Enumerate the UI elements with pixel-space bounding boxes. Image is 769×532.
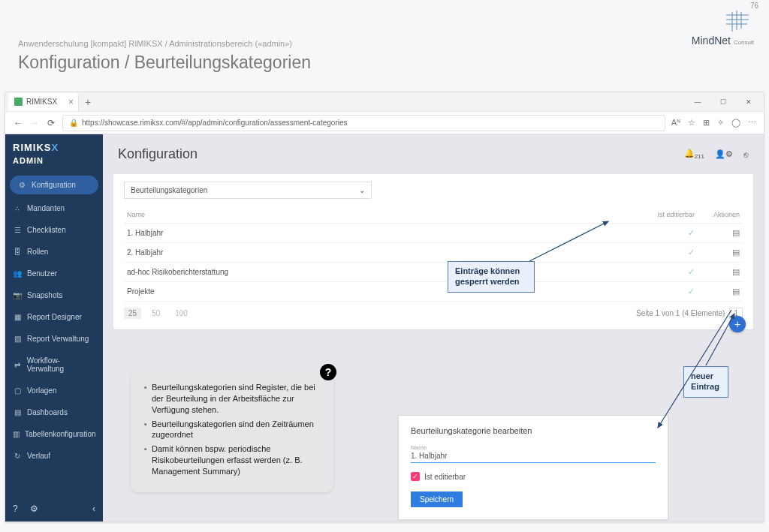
page-size-50[interactable]: 50 xyxy=(147,308,164,319)
row-action-icon[interactable]: ▤ xyxy=(732,267,740,276)
designer-icon: ▦ xyxy=(13,313,22,321)
sidebar-item-report-verwaltung[interactable]: ▧Report Verwaltung xyxy=(5,328,103,350)
logout-icon[interactable]: ⎋ xyxy=(743,150,749,159)
sidebar-item-tabellenkonfiguration[interactable]: ▥Tabellenkonfiguration xyxy=(5,423,103,445)
row-action-icon[interactable]: ▤ xyxy=(732,248,740,257)
sidebar-item-snapshots[interactable]: 📷Snapshots xyxy=(5,284,103,306)
categories-table: Name Ist editierbar Aktionen 1. Halbjahr… xyxy=(124,206,743,302)
edit-dialog-title: Beurteilungskategorie bearbeiten xyxy=(411,426,656,435)
category-select[interactable]: Beurteilungskategorien ⌄ xyxy=(124,182,372,199)
save-button[interactable]: Speichern xyxy=(411,491,463,507)
collapse-sidebar-icon[interactable]: ‹ xyxy=(92,503,95,514)
page-title: Konfiguration xyxy=(118,146,198,162)
check-icon: ✓ xyxy=(688,228,695,237)
favorites-icon[interactable]: ☆ xyxy=(688,118,695,128)
sidebar-item-mandanten[interactable]: ⛬Mandanten xyxy=(5,197,103,219)
browser-tab-strip: RIMIKSX × + — ☐ ✕ xyxy=(5,92,764,112)
help-item: Beurteilungskategorien sind den Zeiträum… xyxy=(152,419,320,441)
callout-new-entry: neuer Eintrag xyxy=(683,366,728,398)
list-icon: ☰ xyxy=(13,226,22,234)
user-settings-icon[interactable]: 👤⚙ xyxy=(715,149,733,159)
url-text: https://showcase.rimiksx.com/#/app/admin… xyxy=(82,119,348,127)
favicon-icon xyxy=(14,98,23,106)
dashboard-icon: ▤ xyxy=(13,408,22,416)
checkbox-label: Ist editierbar xyxy=(424,473,466,481)
row-action-icon[interactable]: ▤ xyxy=(732,287,740,296)
help-item: Beurteilungskategorien sind Register, di… xyxy=(152,382,320,416)
row-action-icon[interactable]: ▤ xyxy=(732,228,740,237)
workflow-icon: ⇄ xyxy=(13,361,22,369)
notifications-button[interactable]: 🔔211 xyxy=(684,149,704,160)
table-row[interactable]: 2. Halbjahr✓▤ xyxy=(124,243,743,263)
slide-title: Konfiguration / Beurteilungskategorien xyxy=(18,53,751,73)
sidebar-item-report-designer[interactable]: ▦Report Designer xyxy=(5,306,103,328)
sidebar-item-workflow[interactable]: ⇄Workflow-Verwaltung xyxy=(5,350,103,380)
callout-lock: Einträge können gesperrt werden xyxy=(448,261,535,293)
close-tab-icon[interactable]: × xyxy=(68,97,74,107)
nav-forward-icon[interactable]: → xyxy=(29,118,40,128)
nav-reload-icon[interactable]: ⟳ xyxy=(46,118,56,128)
pager: 25 50 100 Seite 1 von 1 (4 Elemente) 1 xyxy=(124,308,743,319)
edit-dialog: Beurteilungskategorie bearbeiten Name 1.… xyxy=(398,415,668,520)
add-entry-button[interactable]: + xyxy=(729,316,746,332)
history-icon: ↻ xyxy=(13,452,22,460)
check-icon: ✓ xyxy=(688,287,695,296)
col-name[interactable]: Name xyxy=(124,206,533,224)
config-card: Beurteilungskategorien ⌄ Name Ist editie… xyxy=(113,174,753,329)
name-input[interactable]: 1. Halbjahr xyxy=(411,452,656,463)
nav-back-icon[interactable]: ← xyxy=(13,118,23,128)
reports-icon: ▧ xyxy=(13,335,22,343)
sidebar-item-verlauf[interactable]: ↻Verlauf xyxy=(5,445,103,467)
slide-breadcrumb: Anwenderschulung [kompakt] RIMIKSX / Adm… xyxy=(18,39,751,48)
settings-icon[interactable]: ⚙ xyxy=(30,503,38,514)
sidebar-item-vorlagen[interactable]: ▢Vorlagen xyxy=(5,380,103,401)
sidebar-item-checklisten[interactable]: ☰Checklisten xyxy=(5,219,103,241)
col-actions: Aktionen xyxy=(698,206,743,224)
sidebar-item-rollen[interactable]: 🗄Rollen xyxy=(5,241,103,263)
window-maximize-icon[interactable]: ☐ xyxy=(713,98,734,106)
col-editable[interactable]: Ist editierbar xyxy=(533,206,698,224)
table-row[interactable]: 1. Halbjahr✓▤ xyxy=(124,224,743,243)
sidebar-role: ADMIN xyxy=(5,156,103,173)
address-bar[interactable]: 🔒 https://showcase.rimiksx.com/#/app/adm… xyxy=(62,115,665,131)
help-icon[interactable]: ? xyxy=(13,503,18,514)
cell-name: 2. Halbjahr xyxy=(124,243,533,263)
users-icon: 👥 xyxy=(13,269,22,278)
help-item: Damit können bspw. periodische Risikobeu… xyxy=(152,443,320,477)
collections-icon[interactable]: ⊞ xyxy=(703,118,710,128)
slide-page-number: 76 xyxy=(750,2,758,10)
browser-tab[interactable]: RIMIKSX × xyxy=(8,93,79,111)
cell-name: 1. Halbjahr xyxy=(124,224,533,243)
table-row[interactable]: ad-hoc Risikoberichterstattung✓▤ xyxy=(124,263,743,282)
page-size-100[interactable]: 100 xyxy=(170,308,192,319)
roles-icon: 🗄 xyxy=(13,248,22,256)
check-icon: ✓ xyxy=(688,248,695,257)
tab-title: RIMIKSX xyxy=(26,98,57,106)
sidebar-item-dashboards[interactable]: ▤Dashboards xyxy=(5,401,103,423)
gear-icon: ⚙ xyxy=(17,181,26,189)
chevron-down-icon: ⌄ xyxy=(359,186,365,194)
help-panel: ? Beurteilungskategorien sind Register, … xyxy=(131,371,333,492)
sidebar-item-benutzer[interactable]: 👥Benutzer xyxy=(5,263,103,284)
templates-icon: ▢ xyxy=(13,386,22,395)
new-tab-button[interactable]: + xyxy=(79,96,97,108)
editable-checkbox[interactable]: ✓ xyxy=(411,472,420,481)
check-icon: ✓ xyxy=(688,267,695,276)
sidebar-item-konfiguration[interactable]: ⚙Konfiguration xyxy=(10,176,98,194)
tablecfg-icon: ▥ xyxy=(13,430,20,438)
page-size-25[interactable]: 25 xyxy=(124,308,141,319)
read-aloud-icon[interactable]: Aᴺ xyxy=(671,118,680,128)
lock-icon: 🔒 xyxy=(69,119,78,127)
extensions-icon[interactable]: ✧ xyxy=(717,118,724,128)
field-label-name: Name xyxy=(411,444,656,451)
table-row[interactable]: Projekte✓▤ xyxy=(124,282,743,302)
tenant-icon: ⛬ xyxy=(13,204,22,212)
window-minimize-icon[interactable]: — xyxy=(687,98,708,106)
window-close-icon[interactable]: ✕ xyxy=(738,98,759,106)
help-question-icon: ? xyxy=(320,364,336,380)
camera-icon: 📷 xyxy=(13,291,22,299)
sidebar: RIMIKSX ADMIN ⚙Konfiguration ⛬Mandanten … xyxy=(5,134,103,521)
sidebar-product: RIMIKSX xyxy=(5,134,103,156)
profile-icon[interactable]: ◯ xyxy=(731,118,740,128)
menu-icon[interactable]: ⋯ xyxy=(748,118,756,128)
